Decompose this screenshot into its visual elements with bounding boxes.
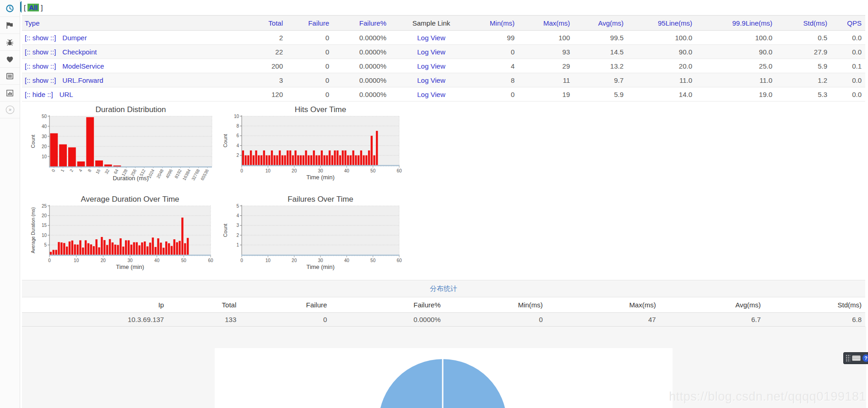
log-view-link[interactable]: Log View: [417, 34, 445, 42]
svg-text:30: 30: [318, 258, 323, 263]
svg-text:25: 25: [42, 204, 47, 209]
log-view-link[interactable]: Log View: [417, 76, 445, 84]
column-header-min-ms-[interactable]: Min(ms): [472, 16, 518, 31]
sidebar-item-bug[interactable]: [0, 34, 20, 51]
column-header-99-9line-ms-[interactable]: 99.9Line(ms): [696, 16, 776, 31]
cell-qps: 0.0: [831, 45, 865, 59]
cell-max: 19: [518, 87, 574, 102]
cell-failure_pct: 0.0000%: [333, 31, 390, 45]
column-header-avg-ms-[interactable]: Avg(ms): [574, 16, 627, 31]
dist-cell: 6.7: [660, 312, 765, 326]
sidebar: »: [0, 0, 20, 408]
svg-text:50: 50: [181, 258, 187, 263]
distribution-table: IpTotalFailureFailure%Min(ms)Max(ms)Avg(…: [22, 297, 865, 327]
column-header-type[interactable]: Type: [22, 16, 219, 31]
svg-text:32768: 32768: [190, 168, 201, 181]
column-header-failure[interactable]: Failure: [287, 16, 333, 31]
column-header-95line-ms-[interactable]: 95Line(ms): [627, 16, 696, 31]
ime-drag-handle-icon[interactable]: [846, 354, 850, 362]
cell-failure: 0: [287, 73, 333, 87]
column-header-failure-[interactable]: Failure%: [333, 16, 390, 31]
clock-icon: [5, 4, 14, 13]
pie-panel: [215, 348, 673, 408]
cell-std: 5.3: [776, 87, 831, 102]
charts-region: 0124816326412825651210242048409681921638…: [22, 105, 868, 274]
sidebar-item-flag[interactable]: [0, 17, 20, 34]
dist-cell: 10.3.69.137: [22, 312, 168, 326]
main-content: [ All ] TypeTotalFailureFailure%Sample L…: [20, 0, 868, 408]
log-view-link[interactable]: Log View: [417, 48, 445, 56]
scope-bracket-open: [: [24, 4, 26, 11]
svg-text:2: 2: [69, 168, 74, 173]
dist-cell: 0: [444, 312, 546, 326]
heart-icon: [5, 55, 14, 64]
distribution-header-row: IpTotalFailureFailure%Min(ms)Max(ms)Avg(…: [22, 297, 865, 312]
cell-min: 4: [472, 59, 518, 73]
cell-failure: 0: [287, 31, 333, 45]
ime-help-button[interactable]: ?: [863, 354, 868, 362]
dist-column-header-total: Total: [168, 297, 240, 312]
ime-toolbar[interactable]: ?: [843, 352, 868, 364]
svg-text:30: 30: [42, 134, 47, 139]
summary-row-dumper: [:: show ::]Dumper200.0000%Log View99100…: [22, 31, 865, 45]
column-header-max-ms-[interactable]: Max(ms): [518, 16, 574, 31]
cell-total: 200: [219, 59, 287, 73]
cell-failure: 0: [287, 45, 333, 59]
type-link[interactable]: Dumper: [62, 34, 87, 42]
sidebar-item-clock[interactable]: [0, 0, 20, 17]
flag-icon: [5, 21, 14, 30]
log-view-link[interactable]: Log View: [417, 62, 445, 70]
dist-cell: 0.0000%: [331, 312, 444, 326]
svg-text:0: 0: [240, 258, 243, 263]
cell-qps: 0.1: [831, 59, 865, 73]
svg-text:4096: 4096: [164, 168, 174, 179]
svg-text:50: 50: [42, 114, 47, 119]
toggle-link[interactable]: [:: show ::]: [25, 48, 56, 56]
sidebar-item-heart[interactable]: [0, 51, 20, 68]
keyboard-icon[interactable]: [852, 355, 861, 361]
toggle-link[interactable]: [:: show ::]: [25, 34, 56, 42]
svg-text:Average Duration Over Time: Average Duration Over Time: [81, 195, 179, 204]
cell-failure_pct: 0.0000%: [333, 45, 390, 59]
dist-cell: 6.8: [765, 312, 865, 326]
svg-text:2048: 2048: [156, 168, 165, 179]
scope-all-link[interactable]: All: [27, 4, 39, 11]
svg-text:2: 2: [236, 153, 239, 158]
type-link[interactable]: URL.Forward: [62, 76, 103, 84]
svg-text:Time (min): Time (min): [306, 263, 335, 270]
column-header-qps[interactable]: QPS: [831, 16, 865, 31]
toggle-link[interactable]: [:: show ::]: [25, 62, 56, 70]
sidebar-item-expand[interactable]: »: [0, 102, 20, 118]
svg-text:60: 60: [396, 168, 402, 173]
cell-std: 5.9: [776, 59, 831, 73]
watermark-text: https://blog.csdn.net/qqqq0199181: [669, 390, 866, 404]
cell-failure: 0: [287, 87, 333, 102]
column-header-total[interactable]: Total: [219, 16, 287, 31]
avg-duration-over-time-chart: 0102030405060Time (min)510152025Average …: [22, 194, 223, 274]
cell-avg: 99.5: [574, 31, 627, 45]
bug-icon: [5, 38, 14, 47]
log-view-link[interactable]: Log View: [417, 91, 445, 98]
cell-avg: 13.2: [574, 59, 627, 73]
svg-text:60: 60: [208, 258, 213, 263]
type-link[interactable]: ModelService: [62, 62, 104, 70]
svg-text:Count: Count: [222, 134, 228, 147]
cell-max: 100: [518, 31, 574, 45]
svg-text:3: 3: [236, 223, 239, 228]
toggle-link[interactable]: [:: show ::]: [25, 76, 56, 84]
column-header-std-ms-[interactable]: Std(ms): [776, 16, 831, 31]
cell-p999: 11.0: [696, 73, 776, 87]
type-link[interactable]: Checkpoint: [62, 48, 97, 56]
svg-text:8: 8: [236, 123, 239, 129]
svg-text:Time (min): Time (min): [306, 174, 335, 181]
sidebar-item-report-list[interactable]: [0, 68, 20, 85]
type-link[interactable]: URL: [60, 91, 73, 98]
sidebar-item-bar-chart[interactable]: [0, 85, 20, 102]
cell-avg: 5.9: [574, 87, 627, 102]
cell-p999: 25.0: [696, 59, 776, 73]
cell-total: 22: [219, 45, 287, 59]
distribution-title: 分布统计: [22, 280, 865, 297]
summary-row-url: [:: hide ::]URL12000.0000%Log View0195.9…: [22, 87, 865, 102]
toggle-link[interactable]: [:: hide ::]: [25, 91, 53, 98]
dist-column-header-min-ms-: Min(ms): [444, 297, 546, 312]
